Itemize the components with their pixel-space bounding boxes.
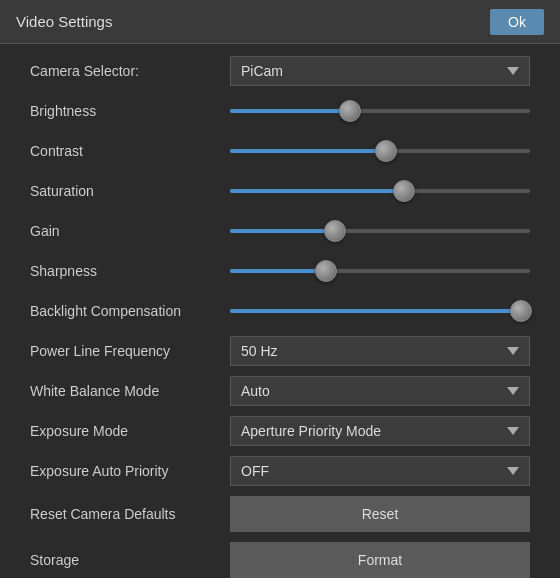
power-line-frequency-control: 50 Hz 60 Hz — [230, 336, 530, 366]
reset-button[interactable]: Reset — [230, 496, 530, 532]
gain-row: Gain — [30, 216, 530, 246]
reset-camera-defaults-label: Reset Camera Defaults — [30, 506, 230, 522]
brightness-track — [230, 109, 530, 113]
reset-camera-defaults-row: Reset Camera Defaults Reset — [30, 496, 530, 532]
camera-selector-row: Camera Selector: PiCam USB Camera — [30, 56, 530, 86]
backlight-compensation-row: Backlight Compensation — [30, 296, 530, 326]
contrast-slider-container — [230, 140, 530, 162]
gain-track — [230, 229, 530, 233]
exposure-auto-priority-control: OFF ON — [230, 456, 530, 486]
brightness-thumb[interactable] — [339, 100, 361, 122]
backlight-compensation-slider-container — [230, 300, 530, 322]
brightness-row: Brightness — [30, 96, 530, 126]
exposure-mode-row: Exposure Mode Aperture Priority Mode Man… — [30, 416, 530, 446]
backlight-compensation-track — [230, 309, 530, 313]
white-balance-mode-dropdown[interactable]: Auto Manual — [230, 376, 530, 406]
exposure-mode-dropdown[interactable]: Aperture Priority Mode Manual — [230, 416, 530, 446]
brightness-label: Brightness — [30, 103, 230, 119]
gain-fill — [230, 229, 335, 233]
ok-button[interactable]: Ok — [490, 9, 544, 35]
storage-row: Storage Format — [30, 542, 530, 578]
contrast-row: Contrast — [30, 136, 530, 166]
saturation-label: Saturation — [30, 183, 230, 199]
saturation-slider-container — [230, 180, 530, 202]
sharpness-slider-container — [230, 260, 530, 282]
backlight-compensation-label: Backlight Compensation — [30, 303, 230, 319]
saturation-thumb[interactable] — [393, 180, 415, 202]
exposure-auto-priority-row: Exposure Auto Priority OFF ON — [30, 456, 530, 486]
title-text: Video Settings — [16, 13, 112, 30]
exposure-mode-control: Aperture Priority Mode Manual — [230, 416, 530, 446]
sharpness-fill — [230, 269, 326, 273]
brightness-fill — [230, 109, 350, 113]
storage-label: Storage — [30, 552, 230, 568]
exposure-auto-priority-label: Exposure Auto Priority — [30, 463, 230, 479]
contrast-label: Contrast — [30, 143, 230, 159]
sharpness-thumb[interactable] — [315, 260, 337, 282]
white-balance-mode-row: White Balance Mode Auto Manual — [30, 376, 530, 406]
content-area: Camera Selector: PiCam USB Camera Bright… — [0, 44, 560, 578]
sharpness-label: Sharpness — [30, 263, 230, 279]
exposure-auto-priority-dropdown[interactable]: OFF ON — [230, 456, 530, 486]
contrast-thumb[interactable] — [375, 140, 397, 162]
saturation-row: Saturation — [30, 176, 530, 206]
sharpness-track — [230, 269, 530, 273]
backlight-compensation-thumb[interactable] — [510, 300, 532, 322]
sharpness-row: Sharpness — [30, 256, 530, 286]
white-balance-mode-control: Auto Manual — [230, 376, 530, 406]
exposure-mode-label: Exposure Mode — [30, 423, 230, 439]
gain-slider-container — [230, 220, 530, 242]
gain-label: Gain — [30, 223, 230, 239]
saturation-fill — [230, 189, 404, 193]
reset-camera-defaults-control: Reset — [230, 496, 530, 532]
power-line-frequency-dropdown[interactable]: 50 Hz 60 Hz — [230, 336, 530, 366]
camera-selector-label: Camera Selector: — [30, 63, 230, 79]
backlight-compensation-fill — [230, 309, 521, 313]
camera-selector-dropdown[interactable]: PiCam USB Camera — [230, 56, 530, 86]
saturation-track — [230, 189, 530, 193]
camera-selector-control: PiCam USB Camera — [230, 56, 530, 86]
power-line-frequency-row: Power Line Frequency 50 Hz 60 Hz — [30, 336, 530, 366]
gain-thumb[interactable] — [324, 220, 346, 242]
storage-control: Format — [230, 542, 530, 578]
title-bar: Video Settings Ok — [0, 0, 560, 44]
brightness-slider-container — [230, 100, 530, 122]
white-balance-mode-label: White Balance Mode — [30, 383, 230, 399]
format-button[interactable]: Format — [230, 542, 530, 578]
power-line-frequency-label: Power Line Frequency — [30, 343, 230, 359]
contrast-track — [230, 149, 530, 153]
contrast-fill — [230, 149, 386, 153]
